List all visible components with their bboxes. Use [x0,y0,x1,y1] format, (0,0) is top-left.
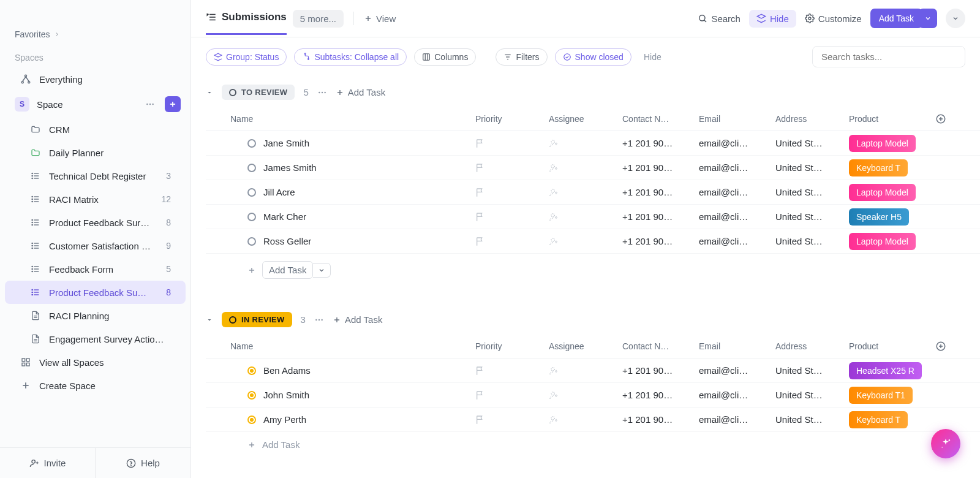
collapse-toggle[interactable] [206,89,213,96]
email-cell[interactable]: email@cli… [699,390,775,400]
sidebar-item[interactable]: RACI Planning [5,304,186,327]
product-tag[interactable]: Laptop Model [849,233,916,250]
task-row[interactable]: John Smith +1 201 90… email@cli… United … [206,383,980,408]
task-status-icon[interactable] [247,139,256,148]
address-cell[interactable]: United St… [775,162,849,173]
invite-button[interactable]: Invite [0,448,96,478]
email-cell[interactable]: email@cli… [699,187,775,197]
col-product[interactable]: Product [849,341,929,351]
add-column-button[interactable] [929,341,953,352]
email-cell[interactable]: email@cli… [699,414,775,425]
email-cell[interactable]: email@cli… [699,138,775,148]
task-status-icon[interactable] [247,237,256,246]
col-contact[interactable]: Contact N… [622,341,699,351]
status-pill[interactable]: TO REVIEW [222,85,295,100]
customize-button[interactable]: Customize [805,13,862,24]
more-views-pill[interactable]: 5 more... [293,10,344,28]
product-tag[interactable]: Laptop Model [849,184,916,201]
search-tasks-input[interactable] [812,46,965,67]
subtasks-chip[interactable]: Subtasks: Collapse all [294,48,407,66]
address-cell[interactable]: United St… [775,138,849,148]
sidebar-item[interactable]: Daily Planner [5,141,186,164]
priority-flag-icon[interactable] [475,390,549,400]
assignee-add-icon[interactable] [549,415,622,425]
sidebar-item[interactable]: RACI Matrix 12 [5,188,186,211]
sidebar-item[interactable]: Product Feedback Su… 8 [5,281,186,304]
product-tag[interactable]: Laptop Model [849,135,916,152]
favorites-header[interactable]: Favorites [0,25,190,44]
add-space-button[interactable] [165,96,181,112]
sidebar-everything[interactable]: Everything [5,67,186,91]
collapse-toggle[interactable] [206,316,213,324]
search-button[interactable]: Search [698,13,741,24]
priority-flag-icon[interactable] [475,415,549,425]
address-cell[interactable]: United St… [775,211,849,222]
hide-link[interactable]: Hide [644,52,662,62]
assignee-add-icon[interactable] [549,138,622,148]
sidebar-item[interactable]: Product Feedback Sur… 8 [5,211,186,234]
task-status-icon[interactable] [247,391,256,400]
priority-flag-icon[interactable] [475,138,549,148]
create-space[interactable]: Create Space [5,374,186,397]
add-task-button[interactable]: Add Task [870,9,922,28]
contact-cell[interactable]: +1 201 90… [622,138,699,148]
hide-button[interactable]: Hide [749,10,796,28]
email-cell[interactable]: email@cli… [699,236,775,246]
task-row[interactable]: Ben Adams +1 201 90… email@cli… United S… [206,358,980,383]
col-priority[interactable]: Priority [475,341,549,351]
address-cell[interactable]: United St… [775,414,849,425]
help-button[interactable]: Help [96,448,190,478]
priority-flag-icon[interactable] [475,212,549,222]
group-more-button[interactable] [314,315,324,325]
ai-fab-button[interactable] [931,429,960,458]
col-contact[interactable]: Contact N… [622,114,699,124]
contact-cell[interactable]: +1 201 90… [622,236,699,246]
assignee-add-icon[interactable] [549,237,622,246]
address-cell[interactable]: United St… [775,236,849,246]
col-address[interactable]: Address [775,341,849,351]
filters-chip[interactable]: Filters [496,48,547,66]
col-address[interactable]: Address [775,114,849,124]
col-product[interactable]: Product [849,114,929,124]
priority-flag-icon[interactable] [475,366,549,376]
sidebar-space-row[interactable]: S Space [0,91,190,118]
col-assignee[interactable]: Assignee [549,341,622,351]
email-cell[interactable]: email@cli… [699,211,775,222]
assignee-add-icon[interactable] [549,390,622,400]
product-tag[interactable]: Keyboard T [849,159,908,176]
task-row[interactable]: James Smith +1 201 90… email@cli… United… [206,156,980,180]
col-assignee[interactable]: Assignee [549,114,622,124]
assignee-add-icon[interactable] [549,212,622,222]
overflow-button[interactable] [946,9,965,28]
add-task-row[interactable]: Add Task [206,432,980,457]
contact-cell[interactable]: +1 201 90… [622,162,699,173]
col-name[interactable]: Name [230,341,475,351]
sidebar-item[interactable]: Feedback Form 5 [5,257,186,281]
sidebar-item[interactable]: Engagement Survey Actio… [5,327,186,351]
address-cell[interactable]: United St… [775,187,849,197]
task-status-icon[interactable] [247,188,256,197]
priority-flag-icon[interactable] [475,163,549,173]
col-email[interactable]: Email [699,341,775,351]
group-add-task-button[interactable]: Add Task [333,314,382,325]
col-name[interactable]: Name [230,114,475,124]
product-tag[interactable]: Headset X25 R [849,362,922,379]
product-tag[interactable]: Keyboard T1 [849,387,913,404]
task-row[interactable]: Amy Perth +1 201 90… email@cli… United S… [206,408,980,432]
col-priority[interactable]: Priority [475,114,549,124]
sidebar-item[interactable]: Technical Debt Register 3 [5,164,186,188]
task-status-icon[interactable] [247,415,256,424]
task-row[interactable]: Ross Geller +1 201 90… email@cli… United… [206,229,980,254]
contact-cell[interactable]: +1 201 90… [622,365,699,376]
task-row[interactable]: Mark Cher +1 201 90… email@cli… United S… [206,205,980,229]
priority-flag-icon[interactable] [475,237,549,246]
sidebar-item[interactable]: CRM [5,118,186,141]
contact-cell[interactable]: +1 201 90… [622,187,699,197]
assignee-add-icon[interactable] [549,163,622,173]
columns-chip[interactable]: Columns [414,48,476,66]
product-tag[interactable]: Speaker H5 [849,208,909,226]
task-status-icon[interactable] [247,366,256,375]
col-email[interactable]: Email [699,114,775,124]
email-cell[interactable]: email@cli… [699,365,775,376]
more-icon[interactable] [143,97,157,112]
